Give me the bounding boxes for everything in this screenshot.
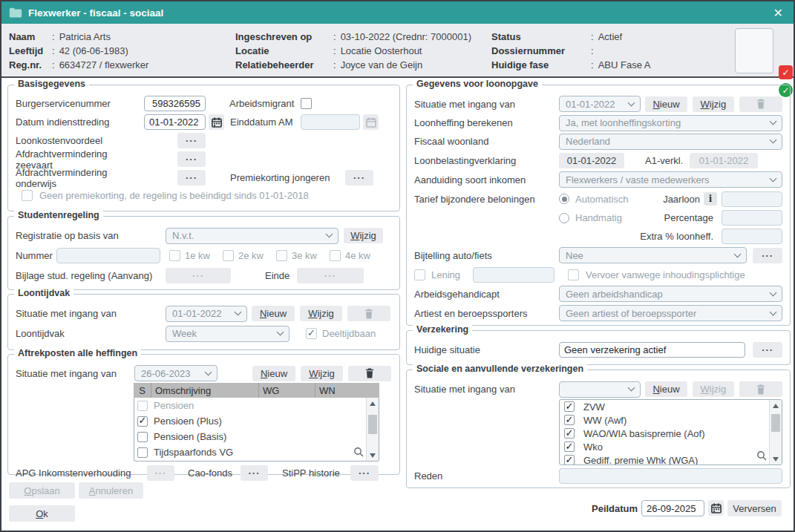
arbeidsmigrant-checkbox[interactable] <box>301 98 312 109</box>
handmatig-radio[interactable] <box>559 213 569 223</box>
zeevaart-ellipsis-button[interactable]: ··· <box>177 151 206 167</box>
kw2-checkbox[interactable] <box>223 250 234 261</box>
artiest-select[interactable]: Geen artiest of beroepssporter <box>559 305 782 321</box>
tijdspaarfonds-checkbox[interactable] <box>137 447 148 458</box>
table-row[interactable]: Pensioen <box>134 398 366 413</box>
loontijdvak-wijzig-button[interactable]: Wijzig <box>300 306 342 321</box>
loonopgave-situatie-select[interactable]: 01-01-2022 <box>559 96 641 112</box>
lening-input[interactable] <box>473 267 554 283</box>
extra-loonheffing-input[interactable] <box>722 229 782 244</box>
kw4-checkbox[interactable] <box>330 250 341 261</box>
gediff-whk-checkbox[interactable] <box>564 455 575 464</box>
bijtelling-select[interactable]: Nee <box>559 247 747 263</box>
wao-wia-checkbox[interactable] <box>564 428 575 439</box>
apg-ellipsis-button[interactable]: ··· <box>147 465 174 481</box>
col-wg: WG <box>259 383 315 398</box>
ww-awf-checkbox[interactable] <box>564 415 575 425</box>
scrollbar-thumb[interactable] <box>368 415 377 434</box>
sociale-delete-icon[interactable] <box>739 381 782 397</box>
loontijdvak-delete-icon[interactable] <box>347 306 390 321</box>
loonopgave-nieuw-button[interactable]: Nieuw <box>645 96 687 112</box>
percentage-input[interactable] <box>722 210 782 226</box>
info-icon[interactable]: i <box>704 192 717 206</box>
peildatum-calendar-icon[interactable] <box>708 500 724 516</box>
calendar-icon[interactable] <box>209 114 224 130</box>
sociale-nieuw-button[interactable]: Nieuw <box>645 381 687 397</box>
arbeidsgehandicapt-select[interactable]: Geen arbeidshandicap <box>559 286 782 302</box>
pensioen-plus-checkbox[interactable] <box>137 416 148 427</box>
fiscaal-woonland-select[interactable]: Nederland <box>559 134 782 150</box>
soort-inkomen-select[interactable]: Flexwerkers / vaste medewerkers <box>559 171 782 188</box>
list-item[interactable]: WAO/WIA basispremie (Aof) <box>560 427 769 440</box>
jaarloon-input[interactable] <box>722 191 782 207</box>
stipp-ellipsis-button[interactable]: ··· <box>350 465 379 481</box>
datum-indiensttreding-input[interactable] <box>144 114 206 130</box>
loontijdvak-situatie-select[interactable]: 01-01-2022 <box>166 306 247 322</box>
magnifier-icon[interactable] <box>756 450 767 463</box>
table-row[interactable]: Pensioen (Plus) <box>134 413 366 429</box>
loonopgave-wijzig-button[interactable]: Wijzig <box>693 96 734 112</box>
scroll-up-icon[interactable] <box>367 398 379 409</box>
pensioen-basis-checkbox[interactable] <box>137 432 148 442</box>
lening-checkbox[interactable] <box>414 269 425 280</box>
pensioen-checkbox[interactable] <box>137 401 148 411</box>
loonbelastingverklaring-date-button[interactable]: 01-01-2022 <box>559 153 624 168</box>
verzekering-ellipsis-button[interactable]: ··· <box>753 342 782 358</box>
list-item[interactable]: ZVW <box>560 400 769 413</box>
bijtelling-ellipsis-button[interactable]: ··· <box>753 248 782 263</box>
scroll-down-icon[interactable] <box>770 453 782 464</box>
registratie-select[interactable]: N.v.t. <box>166 228 338 244</box>
magnifier-icon[interactable] <box>353 447 364 459</box>
list-item[interactable]: WW (Awf) <box>560 413 769 427</box>
reden-input[interactable] <box>559 468 782 484</box>
cao-fonds-ellipsis-button[interactable]: ··· <box>241 465 268 481</box>
ok-button[interactable]: Ok <box>9 505 75 522</box>
kw1-checkbox[interactable] <box>169 250 180 261</box>
a1-verklaring-date-button[interactable]: 01-01-2022 <box>690 153 758 168</box>
list-item[interactable]: Gediff. premie Whk (WGA) <box>560 453 769 464</box>
sociale-scrollbar[interactable] <box>769 400 782 464</box>
premiekorting-ellipsis-button[interactable]: ··· <box>345 170 373 185</box>
red-check-badge[interactable]: ✓ <box>779 65 793 79</box>
sociale-situatie-select[interactable] <box>559 381 641 398</box>
loonopgave-delete-icon[interactable] <box>739 96 782 112</box>
studentenregeling-wijzig-button[interactable]: Wijzig <box>344 228 383 243</box>
wko-checkbox[interactable] <box>564 441 575 452</box>
sociale-wijzig-button[interactable]: Wijzig <box>693 381 734 397</box>
aftrek-delete-icon[interactable] <box>348 366 391 381</box>
automatisch-radio[interactable] <box>559 194 569 204</box>
loontijdvak-select[interactable]: Week <box>166 326 289 342</box>
bijlage-einde-ellipsis-button[interactable]: ··· <box>297 268 364 283</box>
list-item[interactable]: Wko <box>560 440 769 453</box>
opslaan-button[interactable]: Opslaan <box>9 482 75 499</box>
leeftijd-value: 42 (06-06-1983) <box>59 45 128 56</box>
aftrek-wijzig-button[interactable]: Wijzig <box>301 366 343 381</box>
huidige-situatie-input[interactable] <box>559 342 745 358</box>
kw3-checkbox[interactable] <box>276 250 287 261</box>
annuleren-button[interactable]: Annuleren <box>79 482 143 499</box>
table-row[interactable]: Pensioen (Basis) <box>134 429 366 444</box>
close-icon[interactable]: ✕ <box>771 6 786 20</box>
loonheffing-select[interactable]: Ja, met loonheffingskorting <box>559 115 782 131</box>
scrollbar-thumb[interactable] <box>771 414 780 432</box>
aftrek-situatie-select[interactable]: 26-06-2023 <box>134 365 217 381</box>
scroll-up-icon[interactable] <box>770 400 782 411</box>
aftrek-scrollbar[interactable] <box>366 398 379 461</box>
scroll-down-icon[interactable] <box>367 450 379 461</box>
einddatum-am-input[interactable] <box>301 114 360 130</box>
deeltijdbaan-checkbox[interactable] <box>306 328 317 339</box>
calendar-icon-disabled[interactable] <box>363 114 379 130</box>
bsn-input[interactable] <box>144 96 206 111</box>
geen-premiekorting-checkbox[interactable] <box>22 190 33 201</box>
onderwijs-ellipsis-button[interactable]: ··· <box>177 170 206 185</box>
table-row[interactable]: Tijdspaarfonds VG <box>134 444 366 460</box>
peildatum-input[interactable] <box>641 500 704 516</box>
loonkostenvoordeel-ellipsis-button[interactable]: ··· <box>177 133 206 148</box>
bijlage-aanvang-ellipsis-button[interactable]: ··· <box>166 268 231 283</box>
vervoer-checkbox[interactable] <box>568 269 579 280</box>
zvw-checkbox[interactable] <box>564 401 575 412</box>
nummer-input[interactable] <box>56 248 160 263</box>
loontijdvak-nieuw-button[interactable]: Nieuw <box>252 306 295 321</box>
aftrek-nieuw-button[interactable]: Nieuw <box>252 366 295 381</box>
verversen-button[interactable]: Verversen <box>727 500 782 516</box>
